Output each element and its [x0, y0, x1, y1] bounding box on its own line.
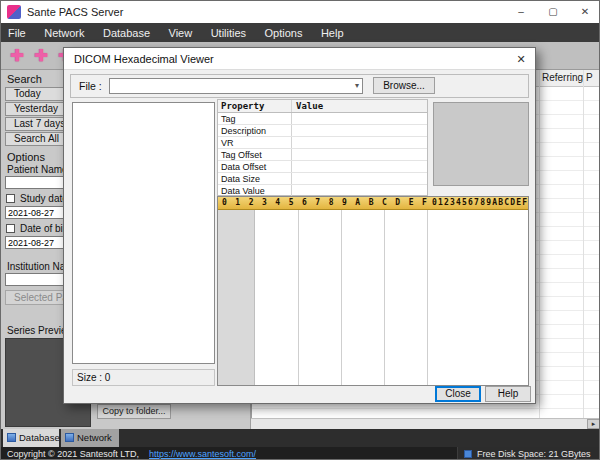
- table-row[interactable]: Data Offset: [218, 161, 427, 173]
- scroll-right-icon[interactable]: ▸: [587, 419, 600, 429]
- tab-database[interactable]: Database: [3, 429, 59, 447]
- value-cell: [293, 113, 427, 124]
- property-cell: Tag Offset: [218, 149, 292, 160]
- value-cell: [293, 161, 427, 172]
- menu-item-help[interactable]: Help: [314, 24, 351, 42]
- disk-icon: [464, 450, 472, 458]
- minimize-button[interactable]: –: [505, 1, 537, 23]
- patient-name-label: Patient Name: [7, 164, 68, 175]
- hex-column-divider: [341, 210, 342, 385]
- value-cell: [293, 149, 427, 160]
- menu-item-network[interactable]: Network: [37, 24, 91, 42]
- ascii-column-header: 0123456789ABCDEF: [432, 198, 528, 207]
- property-cell: Data Offset: [218, 161, 292, 172]
- file-group: File : ▾ Browse...: [70, 74, 529, 98]
- tab-network-label: Network: [77, 432, 112, 443]
- value-cell: [293, 185, 427, 196]
- dialog-title: DICOM Hexadecimal Viewer: [74, 48, 214, 70]
- property-table: Property Value Tag Description VR Tag Of…: [217, 99, 428, 196]
- copyright-text: Copyright © 2021 Santesoft LTD,: [7, 449, 139, 459]
- menu-item-file[interactable]: File: [1, 24, 33, 42]
- value-header[interactable]: Value: [293, 100, 427, 112]
- network-tab-icon: [65, 433, 74, 442]
- hex-column-header: 0 1 2 3 4 5 6 7 8 9 A B C D E F: [218, 198, 432, 207]
- menu-item-view[interactable]: View: [162, 24, 200, 42]
- file-label: File :: [79, 75, 102, 97]
- tab-database-label: Database: [19, 432, 60, 443]
- value-cell: [293, 173, 427, 184]
- table-row[interactable]: Tag: [218, 113, 427, 125]
- column-divider: [583, 70, 584, 418]
- dialog-titlebar: DICOM Hexadecimal Viewer ✕: [64, 48, 535, 70]
- add-plus-icon[interactable]: ✚: [31, 46, 51, 66]
- value-cell: [293, 137, 427, 148]
- study-date-checkbox[interactable]: [6, 194, 15, 203]
- birth-date-checkbox[interactable]: [6, 224, 15, 233]
- dialog-close-icon[interactable]: ✕: [507, 48, 535, 70]
- chevron-down-icon: ▾: [355, 81, 359, 90]
- file-element-listbox[interactable]: [72, 102, 215, 364]
- menu-item-database[interactable]: Database: [96, 24, 157, 42]
- hex-offset-gutter: [218, 210, 255, 385]
- table-row[interactable]: Tag Offset: [218, 149, 427, 161]
- image-preview-box: [433, 102, 529, 186]
- property-cell: Data Size: [218, 173, 292, 184]
- size-label: Size : 0: [72, 369, 215, 386]
- hex-column-divider: [298, 210, 299, 385]
- property-table-header-row: Property Value: [218, 100, 427, 113]
- browse-button[interactable]: Browse...: [373, 77, 435, 94]
- dicom-hex-viewer-dialog: DICOM Hexadecimal Viewer ✕ File : ▾ Brow…: [63, 47, 536, 404]
- column-header-referring-physician[interactable]: Referring P: [542, 72, 593, 83]
- hex-content-area: [218, 210, 528, 385]
- database-tab-icon: [7, 433, 16, 442]
- file-combobox[interactable]: ▾: [109, 78, 363, 94]
- table-row[interactable]: Data Size: [218, 173, 427, 185]
- close-button[interactable]: Close: [435, 386, 481, 402]
- tab-network[interactable]: Network: [61, 429, 119, 447]
- window-title: Sante PACS Server: [27, 1, 123, 23]
- property-cell: VR: [218, 137, 292, 148]
- help-button[interactable]: Help: [485, 386, 531, 402]
- hex-column-divider: [427, 210, 428, 385]
- add-plus-icon[interactable]: ✚: [7, 46, 27, 66]
- table-row[interactable]: Description: [218, 125, 427, 137]
- free-disk-space-text: Free Disk Space: 21 GBytes: [477, 449, 591, 459]
- property-cell: Data Value: [218, 185, 292, 196]
- bottom-tabbar: Database Network: [1, 429, 600, 447]
- hex-header-band: 0 1 2 3 4 5 6 7 8 9 A B C D E F 01234567…: [218, 197, 528, 210]
- search-section-label: Search: [7, 73, 42, 85]
- options-section-label: Options: [7, 151, 45, 163]
- hex-column-divider: [384, 210, 385, 385]
- app-window: Sante PACS Server – ▢ ✕ File Network Dat…: [0, 0, 600, 460]
- maximize-button[interactable]: ▢: [537, 1, 569, 23]
- menu-item-options[interactable]: Options: [258, 24, 310, 42]
- copy-to-folder-button[interactable]: Copy to folder...: [97, 404, 171, 419]
- app-logo-icon: [7, 5, 21, 19]
- window-close-button[interactable]: ✕: [569, 1, 600, 23]
- property-cell: Description: [218, 125, 292, 136]
- titlebar: Sante PACS Server – ▢ ✕: [1, 1, 600, 23]
- property-cell: Tag: [218, 113, 292, 124]
- table-row[interactable]: VR: [218, 137, 427, 149]
- horizontal-scrollbar[interactable]: ▸: [251, 418, 600, 429]
- property-header[interactable]: Property: [218, 100, 292, 112]
- statusbar: Copyright © 2021 Santesoft LTD, https://…: [1, 447, 600, 460]
- value-cell: [293, 125, 427, 136]
- hex-viewer: 0 1 2 3 4 5 6 7 8 9 A B C D E F 01234567…: [217, 196, 529, 386]
- menubar: File Network Database View Utilities Opt…: [1, 23, 600, 42]
- website-link[interactable]: https://www.santesoft.com/: [149, 449, 256, 459]
- column-divider: [539, 70, 540, 418]
- menu-item-utilities[interactable]: Utilities: [204, 24, 253, 42]
